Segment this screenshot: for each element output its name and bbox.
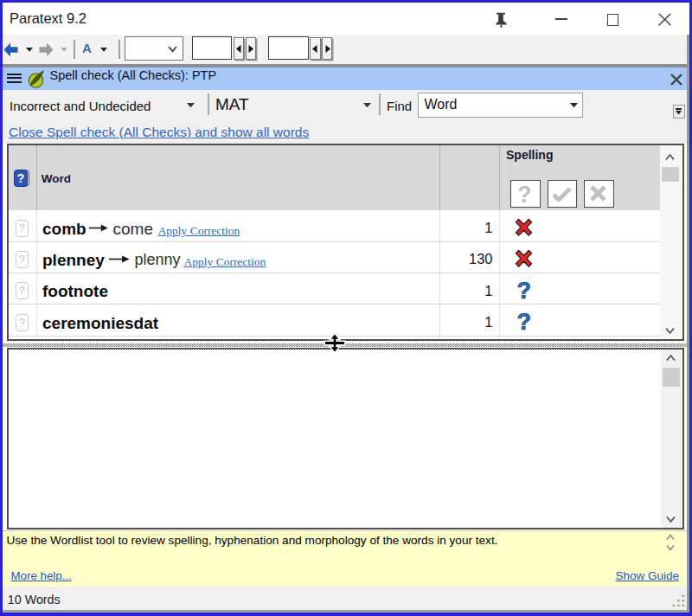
svg-text:?: ?	[17, 171, 25, 185]
